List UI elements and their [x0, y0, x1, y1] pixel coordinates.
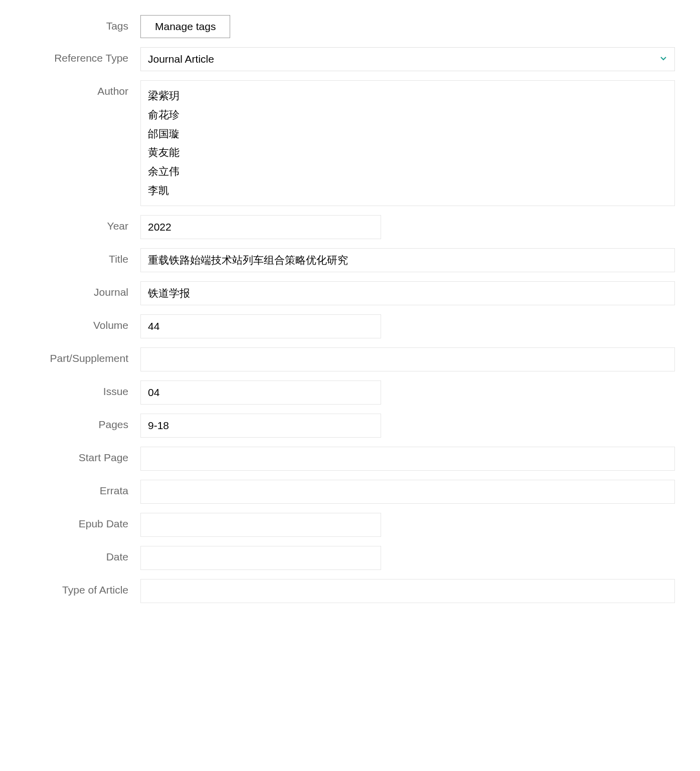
- reference-type-selected: Journal Article: [148, 53, 214, 65]
- chevron-down-icon: [659, 54, 667, 65]
- author-item: 俞花珍: [148, 105, 667, 124]
- part-supplement-row: Part/Supplement: [25, 347, 675, 371]
- volume-label: Volume: [25, 314, 140, 331]
- type-of-article-input[interactable]: [140, 579, 675, 603]
- author-item: 黄友能: [148, 143, 667, 162]
- date-row: Date: [25, 546, 675, 570]
- year-row: Year: [25, 215, 675, 239]
- errata-input[interactable]: [140, 480, 675, 504]
- author-item: 李凯: [148, 181, 667, 200]
- manage-tags-button[interactable]: Manage tags: [140, 15, 230, 38]
- date-label: Date: [25, 546, 140, 563]
- journal-input[interactable]: [140, 281, 675, 305]
- date-input[interactable]: [140, 546, 381, 570]
- pages-value: [140, 414, 675, 438]
- author-item: 梁紫玥: [148, 86, 667, 105]
- journal-row: Journal: [25, 281, 675, 305]
- type-of-article-row: Type of Article: [25, 579, 675, 603]
- title-value: [140, 248, 675, 272]
- start-page-label: Start Page: [25, 447, 140, 464]
- date-value: [140, 546, 675, 570]
- volume-value: [140, 314, 675, 338]
- issue-input[interactable]: [140, 380, 381, 405]
- volume-input[interactable]: [140, 314, 381, 338]
- pages-label: Pages: [25, 414, 140, 431]
- errata-row: Errata: [25, 480, 675, 504]
- epub-date-value: [140, 513, 675, 537]
- part-supplement-input[interactable]: [140, 347, 675, 371]
- journal-value: [140, 281, 675, 305]
- year-input[interactable]: [140, 215, 381, 239]
- start-page-input[interactable]: [140, 447, 675, 471]
- pages-input[interactable]: [140, 414, 381, 438]
- reference-type-value: Journal Article: [140, 47, 675, 71]
- errata-label: Errata: [25, 480, 140, 497]
- year-label: Year: [25, 215, 140, 232]
- author-value: 梁紫玥 俞花珍 邰国璇 黄友能 余立伟 李凯: [140, 80, 675, 206]
- author-label: Author: [25, 80, 140, 97]
- part-supplement-label: Part/Supplement: [25, 347, 140, 364]
- reference-type-select[interactable]: Journal Article: [140, 47, 675, 71]
- title-row: Title: [25, 248, 675, 272]
- reference-form: Tags Manage tags Reference Type Journal …: [25, 15, 675, 603]
- issue-row: Issue: [25, 380, 675, 405]
- epub-date-input[interactable]: [140, 513, 381, 537]
- part-supplement-value: [140, 347, 675, 371]
- errata-value: [140, 480, 675, 504]
- tags-label: Tags: [25, 15, 140, 32]
- start-page-row: Start Page: [25, 447, 675, 471]
- reference-type-label: Reference Type: [25, 47, 140, 64]
- title-label: Title: [25, 248, 140, 265]
- volume-row: Volume: [25, 314, 675, 338]
- author-item: 余立伟: [148, 162, 667, 181]
- pages-row: Pages: [25, 414, 675, 438]
- issue-value: [140, 380, 675, 405]
- tags-row: Tags Manage tags: [25, 15, 675, 38]
- reference-type-row: Reference Type Journal Article: [25, 47, 675, 71]
- author-row: Author 梁紫玥 俞花珍 邰国璇 黄友能 余立伟 李凯: [25, 80, 675, 206]
- journal-label: Journal: [25, 281, 140, 298]
- epub-date-row: Epub Date: [25, 513, 675, 537]
- epub-date-label: Epub Date: [25, 513, 140, 530]
- type-of-article-value: [140, 579, 675, 603]
- year-value: [140, 215, 675, 239]
- type-of-article-label: Type of Article: [25, 579, 140, 596]
- issue-label: Issue: [25, 380, 140, 398]
- author-input[interactable]: 梁紫玥 俞花珍 邰国璇 黄友能 余立伟 李凯: [140, 80, 675, 206]
- title-input[interactable]: [140, 248, 675, 272]
- author-item: 邰国璇: [148, 124, 667, 143]
- tags-value: Manage tags: [140, 15, 675, 38]
- start-page-value: [140, 447, 675, 471]
